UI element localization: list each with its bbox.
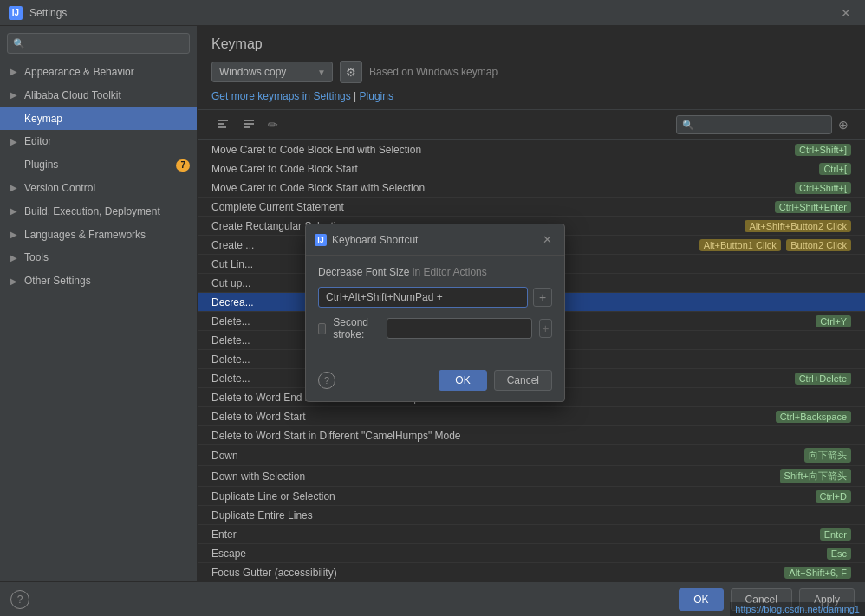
first-stroke-add-button[interactable]: + <box>533 288 552 307</box>
dialog-overlay: IJ Keyboard Shortcut ✕ Decrease Font Siz… <box>0 0 865 616</box>
dialog-action-label: Decrease Font Size in Editor Actions <box>318 266 552 278</box>
second-stroke-add-button[interactable]: + <box>539 319 552 338</box>
keyboard-shortcut-dialog: IJ Keyboard Shortcut ✕ Decrease Font Siz… <box>305 224 565 402</box>
dialog-footer-right: OK Cancel <box>439 370 552 391</box>
dialog-close-button[interactable]: ✕ <box>539 231 556 248</box>
second-stroke-checkbox[interactable] <box>318 323 326 334</box>
dialog-cancel-button[interactable]: Cancel <box>494 370 552 391</box>
second-stroke-label: Second stroke: <box>333 316 379 340</box>
second-stroke-input[interactable] <box>387 318 532 339</box>
first-stroke-input[interactable] <box>318 287 528 308</box>
dialog-icon: IJ <box>315 234 327 246</box>
dialog-second-stroke-row: Second stroke: + <box>318 316 552 340</box>
dialog-title: Keyboard Shortcut <box>332 234 539 246</box>
dialog-body: Decrease Font Size in Editor Actions + S… <box>306 256 564 363</box>
dialog-title-bar: IJ Keyboard Shortcut ✕ <box>306 224 564 256</box>
dialog-help-button[interactable]: ? <box>318 372 335 389</box>
dialog-footer: ? OK Cancel <box>306 363 564 401</box>
dialog-ok-button[interactable]: OK <box>439 370 486 391</box>
dialog-first-stroke-row: + <box>318 287 552 308</box>
